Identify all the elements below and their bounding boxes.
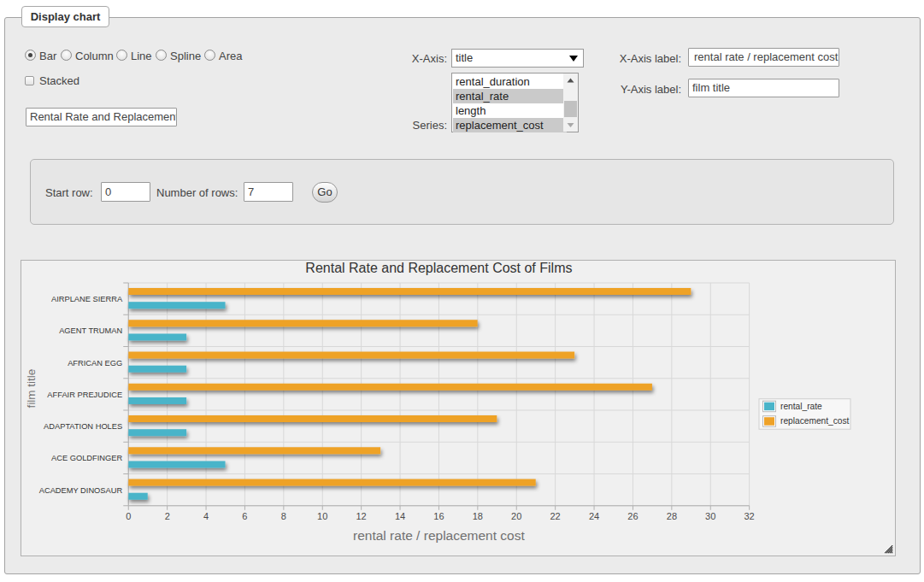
svg-text:Rental Rate and Replacement Co: Rental Rate and Replacement Cost of Film… xyxy=(305,261,572,275)
svg-text:rental rate / replacement cost: rental rate / replacement cost xyxy=(353,528,525,543)
svg-text:22: 22 xyxy=(550,511,560,521)
svg-text:0: 0 xyxy=(126,511,131,521)
svg-text:32: 32 xyxy=(744,511,754,521)
svg-text:rental_rate: rental_rate xyxy=(780,402,822,411)
svg-text:ACE GOLDFINGER: ACE GOLDFINGER xyxy=(51,454,122,462)
svg-text:AFFAIR PREJUDICE: AFFAIR PREJUDICE xyxy=(47,391,122,399)
svg-text:16: 16 xyxy=(433,511,444,521)
svg-text:6: 6 xyxy=(242,511,247,521)
svg-text:AFRICAN EGG: AFRICAN EGG xyxy=(68,359,122,367)
svg-text:26: 26 xyxy=(627,511,638,521)
svg-text:12: 12 xyxy=(356,511,366,521)
svg-text:8: 8 xyxy=(281,511,286,521)
svg-text:AIRPLANE SIERRA: AIRPLANE SIERRA xyxy=(51,295,123,303)
svg-text:AGENT TRUMAN: AGENT TRUMAN xyxy=(59,326,122,335)
svg-text:24: 24 xyxy=(589,511,599,521)
svg-text:ACADEMY DINOSAUR: ACADEMY DINOSAUR xyxy=(39,486,123,495)
svg-text:film title: film title xyxy=(25,369,38,409)
svg-text:2: 2 xyxy=(165,511,170,521)
svg-text:30: 30 xyxy=(705,511,715,521)
svg-text:ADAPTATION HOLES: ADAPTATION HOLES xyxy=(44,422,122,431)
svg-text:4: 4 xyxy=(203,511,209,521)
svg-text:18: 18 xyxy=(473,511,483,521)
svg-text:10: 10 xyxy=(317,511,327,521)
svg-text:14: 14 xyxy=(395,511,405,521)
svg-text:replacement_cost: replacement_cost xyxy=(780,416,850,426)
svg-text:20: 20 xyxy=(511,511,521,521)
svg-text:28: 28 xyxy=(667,511,677,521)
